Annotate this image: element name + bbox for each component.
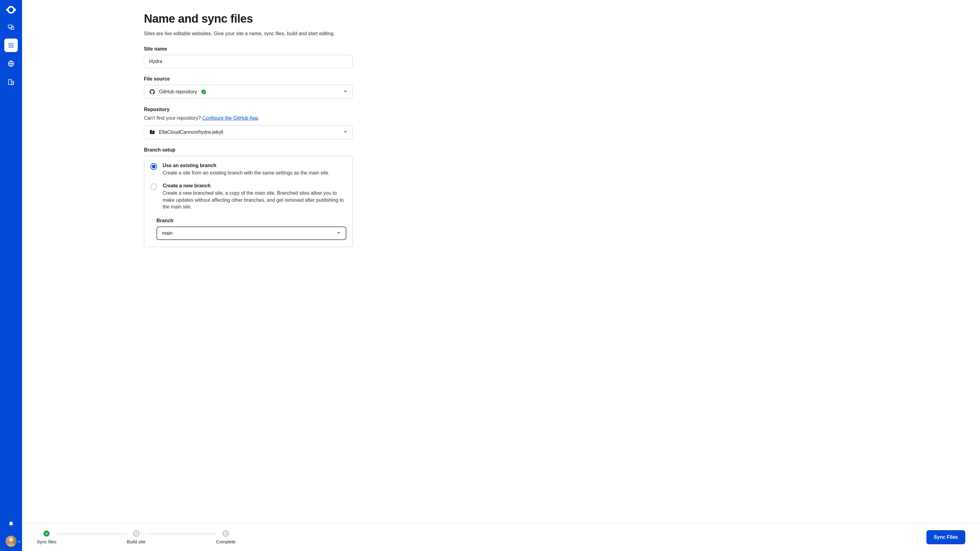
step-complete: 3 Complete	[216, 530, 235, 544]
site-name-label: Site name	[144, 46, 353, 52]
github-icon	[149, 89, 155, 95]
svg-rect-8	[9, 45, 10, 46]
file-source-label: File source	[144, 76, 353, 82]
svg-rect-7	[12, 43, 13, 44]
svg-point-17	[13, 83, 13, 84]
svg-rect-10	[12, 45, 13, 46]
chevron-down-icon	[337, 230, 341, 236]
page-subtitle: Sites are live editable websites. Give y…	[144, 31, 353, 37]
verified-icon	[201, 89, 207, 95]
caret-right-icon: ▸	[19, 540, 20, 543]
radio-description: Create a site from an existing branch wi…	[162, 170, 346, 176]
step-indicator-done	[43, 530, 49, 537]
branch-value: main	[162, 230, 173, 236]
sidebar-item-devices[interactable]	[4, 20, 18, 34]
svg-point-0	[8, 7, 14, 13]
sidebar-item-org[interactable]	[4, 75, 18, 89]
svg-rect-13	[12, 46, 13, 48]
radio-title: Create a new branch	[162, 183, 346, 189]
folder-icon	[149, 129, 155, 135]
svg-rect-15	[9, 79, 11, 85]
sidebar: ▸	[0, 0, 22, 551]
repository-value: EllaCloudCannon/hydra-jekyll	[159, 130, 223, 135]
svg-point-2	[13, 9, 16, 11]
radio-new-branch[interactable]: Create a new branch Create a new branche…	[150, 183, 346, 210]
radio-existing-branch[interactable]: Use an existing branch Create a site fro…	[150, 163, 346, 176]
sidebar-item-apps[interactable]	[4, 38, 18, 52]
svg-point-1	[6, 9, 9, 11]
file-source-value: GitHub repository	[159, 89, 197, 95]
step-indicator: 3	[223, 530, 229, 537]
sidebar-item-globe[interactable]	[4, 57, 18, 70]
chevron-down-icon	[343, 130, 348, 135]
footer: Sync files 2 Build site 3 Complete Sync …	[22, 523, 980, 551]
chevron-down-icon	[343, 89, 348, 95]
progress-steps: Sync files 2 Build site 3 Complete	[37, 530, 235, 544]
step-sync-files: Sync files	[37, 530, 56, 544]
svg-rect-5	[9, 43, 10, 44]
branch-label: Branch	[156, 218, 346, 224]
radio-description: Create a new branched site, a copy of th…	[162, 190, 346, 210]
file-source-select[interactable]: GitHub repository	[144, 85, 353, 99]
notifications-icon[interactable]	[4, 517, 18, 531]
site-name-value: Hydra	[149, 59, 162, 64]
radio-title: Use an existing branch	[162, 163, 346, 168]
svg-rect-12	[10, 46, 11, 48]
sync-files-button[interactable]: Sync Files	[926, 530, 965, 544]
brand-logo[interactable]	[5, 4, 16, 15]
user-avatar[interactable]: ▸	[5, 536, 16, 547]
svg-rect-11	[9, 46, 10, 48]
site-name-input[interactable]: Hydra	[144, 55, 353, 68]
page-title: Name and sync files	[144, 12, 353, 25]
repository-select[interactable]: EllaCloudCannon/hydra-jekyll	[144, 125, 353, 139]
step-connector	[145, 534, 216, 534]
repository-help: Can't find your repository? Configure th…	[144, 115, 353, 121]
repository-label: Repository	[144, 107, 353, 112]
branch-select[interactable]: main	[156, 227, 346, 240]
branch-setup-label: Branch setup	[144, 147, 353, 153]
configure-github-link[interactable]: Configure the GitHub App	[202, 115, 258, 121]
step-indicator: 2	[133, 530, 139, 537]
radio-indicator	[150, 163, 157, 170]
step-build-site: 2 Build site	[127, 530, 145, 544]
svg-rect-6	[10, 43, 11, 44]
main-content: Name and sync files Sites are live edita…	[22, 0, 980, 523]
branch-setup-box: Use an existing branch Create a site fro…	[144, 156, 353, 247]
radio-indicator	[150, 183, 157, 190]
step-connector	[56, 534, 127, 534]
svg-rect-9	[10, 45, 11, 46]
